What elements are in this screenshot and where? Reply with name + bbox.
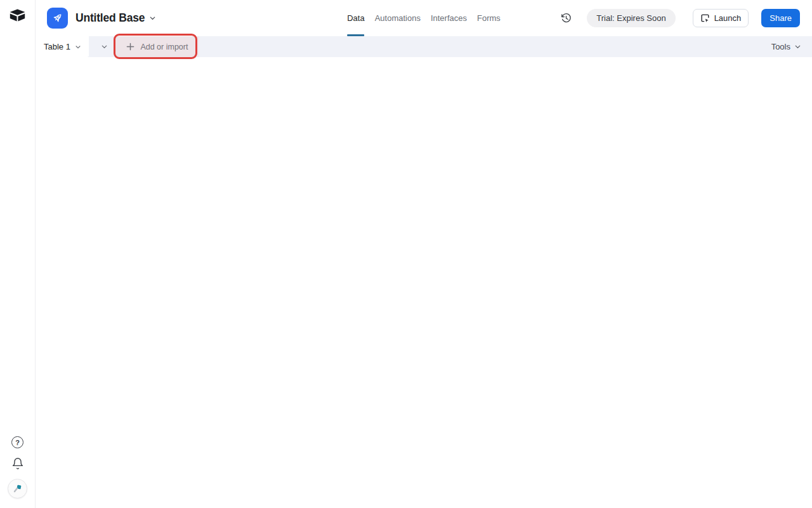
tools-label: Tools <box>771 42 790 51</box>
table-tab-label: Table 1 <box>44 42 70 51</box>
chevron-down-icon <box>101 43 108 50</box>
history-icon <box>560 12 572 24</box>
airtable-logo[interactable] <box>9 8 26 23</box>
tables-dropdown-button[interactable] <box>96 36 114 57</box>
main-content-empty <box>36 57 812 508</box>
share-button[interactable]: Share <box>761 9 800 27</box>
add-or-import-button[interactable]: Add or import <box>115 36 199 57</box>
chevron-down-icon <box>75 44 81 50</box>
base-app-icon[interactable] <box>47 8 68 29</box>
chevron-down-icon <box>149 15 156 22</box>
tab-interfaces[interactable]: Interfaces <box>431 0 467 36</box>
user-avatar[interactable] <box>8 479 27 498</box>
rocket-icon <box>49 10 66 27</box>
launch-icon <box>700 13 710 23</box>
sidebar-bottom-group: ? <box>8 436 27 508</box>
tools-menu-button[interactable]: Tools <box>771 42 812 51</box>
bell-icon <box>11 457 24 470</box>
airtable-logo-icon <box>9 8 26 23</box>
launch-button[interactable]: Launch <box>693 9 749 27</box>
share-label: Share <box>769 13 792 23</box>
base-menu-chevron[interactable] <box>149 15 156 22</box>
launch-label: Launch <box>714 13 742 23</box>
history-button[interactable] <box>560 12 572 24</box>
trial-status-badge[interactable]: Trial: Expires Soon <box>587 9 675 27</box>
table-tabs-bar: Table 1 Add or import Tools <box>36 36 812 57</box>
notifications-button[interactable] <box>11 457 24 470</box>
help-button[interactable]: ? <box>11 436 23 448</box>
main-nav: Data Automations Interfaces Forms <box>347 0 501 36</box>
chevron-down-icon <box>794 43 801 50</box>
tab-forms[interactable]: Forms <box>477 0 501 36</box>
top-header: Untitled Base Data Automations Interface… <box>36 0 812 36</box>
header-right-group: Trial: Expires Soon Launch Share <box>560 9 812 27</box>
base-title: Untitled Base <box>75 11 145 25</box>
add-or-import-label: Add or import <box>140 43 188 51</box>
table-tab-table1[interactable]: Table 1 <box>36 36 89 57</box>
avatar-image <box>12 483 23 494</box>
left-sidebar: ? <box>0 0 36 508</box>
plus-icon <box>126 43 134 51</box>
tab-data[interactable]: Data <box>347 0 364 36</box>
tab-automations[interactable]: Automations <box>375 0 421 36</box>
help-icon: ? <box>11 436 23 448</box>
